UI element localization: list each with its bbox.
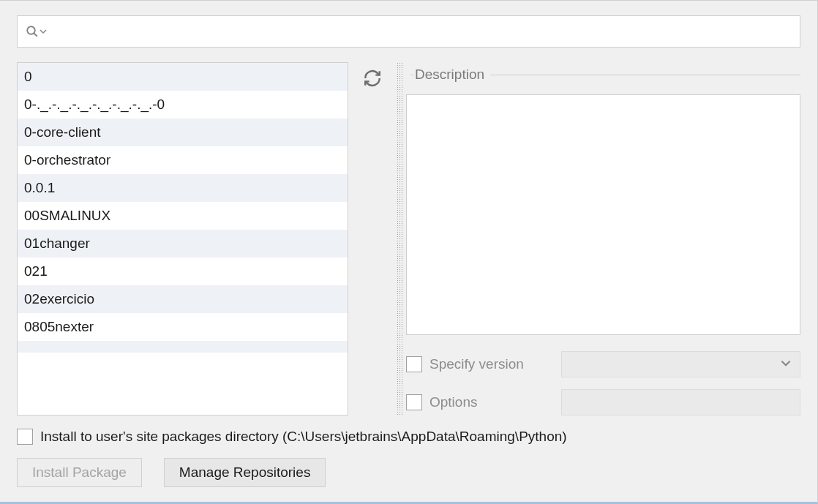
middle-area: 0 0-._.-._.-._.-._.-._.-._.-0 0-core-cli… — [17, 62, 800, 415]
install-package-button[interactable]: Install Package — [17, 458, 142, 487]
description-label: Description — [413, 67, 486, 83]
package-list[interactable]: 0 0-._.-._.-._.-._.-._.-._.-0 0-core-cli… — [17, 62, 348, 415]
refresh-icon — [363, 69, 382, 88]
install-user-site-label: Install to user's site packages director… — [40, 429, 567, 445]
chevron-down-icon — [781, 357, 791, 372]
search-input[interactable] — [17, 15, 800, 48]
svg-point-0 — [27, 26, 35, 34]
list-item[interactable]: 0-orchestrator — [18, 146, 348, 174]
list-item[interactable]: 021 — [18, 257, 348, 285]
list-item[interactable]: 0 — [18, 63, 348, 91]
chevron-down-icon — [40, 28, 47, 35]
specify-version-label: Specify version — [429, 356, 547, 372]
manage-repositories-button[interactable]: Manage Repositories — [164, 458, 326, 487]
search-field-wrapper — [17, 15, 800, 48]
list-item[interactable]: 0805nexter — [18, 313, 348, 341]
refresh-button[interactable] — [362, 68, 383, 89]
list-item[interactable]: 00SMALINUX — [18, 202, 348, 230]
list-item[interactable] — [18, 341, 348, 353]
options-checkbox[interactable] — [406, 394, 422, 410]
list-item[interactable]: 01changer — [18, 230, 348, 257]
install-user-site-row: Install to user's site packages director… — [17, 429, 800, 445]
list-item[interactable]: 0.0.1 — [18, 174, 348, 202]
options-field[interactable] — [561, 389, 800, 415]
list-item[interactable]: 0-core-client — [18, 119, 348, 146]
available-packages-panel: 0 0-._.-._.-._.-._.-._.-._.-0 0-core-cli… — [0, 0, 818, 504]
svg-line-1 — [34, 33, 37, 37]
specify-version-row: Specify version — [406, 351, 800, 377]
options-row: Options — [406, 389, 800, 415]
package-list-column: 0 0-._.-._.-._.-._.-._.-._.-0 0-core-cli… — [17, 62, 348, 415]
description-text — [406, 94, 800, 335]
specify-version-checkbox[interactable] — [406, 356, 422, 372]
options-label: Options — [429, 394, 547, 410]
refresh-column — [348, 62, 397, 415]
list-item[interactable]: 0-._.-._.-._.-._.-._.-._.-0 — [18, 91, 348, 119]
button-row: Install Package Manage Repositories — [17, 458, 800, 487]
detail-column: Description Specify version Options — [404, 62, 800, 415]
search-icon — [26, 25, 47, 38]
splitter-handle[interactable] — [397, 62, 404, 415]
description-header: Description — [406, 67, 800, 83]
list-item[interactable]: 02exercicio — [18, 285, 348, 313]
version-select[interactable] — [561, 351, 800, 377]
install-user-site-checkbox[interactable] — [17, 429, 33, 445]
